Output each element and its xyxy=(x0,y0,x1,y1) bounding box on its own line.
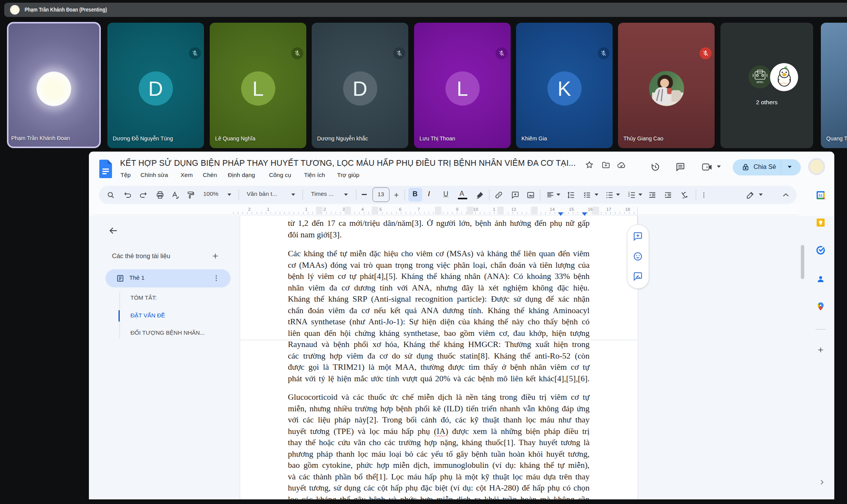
svg-text:2: 2 xyxy=(628,194,630,197)
svg-text:bé tho v: bé tho v xyxy=(780,82,788,84)
svg-text:31: 31 xyxy=(819,194,822,197)
svg-text:MPAC: MPAC xyxy=(757,81,764,83)
